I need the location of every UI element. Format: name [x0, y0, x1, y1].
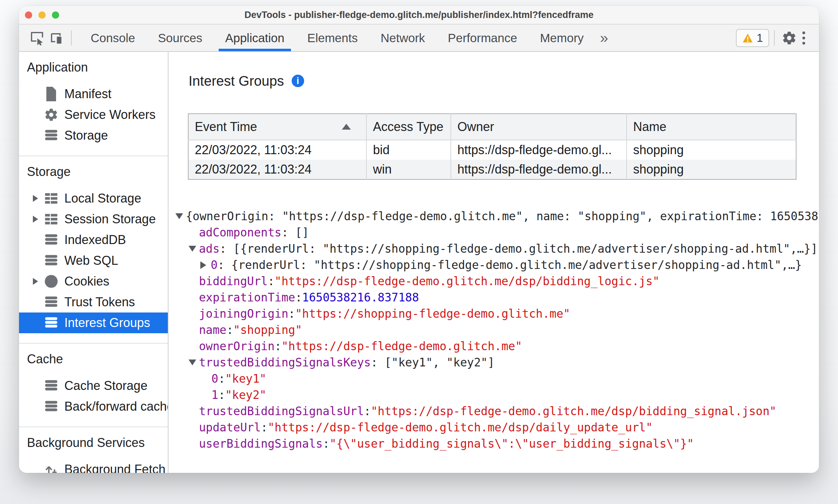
- toggle-device-toolbar-button[interactable]: [47, 28, 66, 48]
- sidebar-item-label: Storage: [64, 128, 108, 143]
- property-key: biddingUrl: [199, 273, 268, 289]
- database-icon: [44, 233, 58, 247]
- tree-row-root[interactable]: {ownerOrigin: "https://dsp-fledge-demo.g…: [168, 208, 819, 224]
- expand-caret-icon[interactable]: [33, 195, 38, 202]
- expand-caret-icon[interactable]: [33, 216, 38, 223]
- minimize-window-button[interactable]: [38, 11, 46, 19]
- column-header-name[interactable]: Name: [627, 114, 796, 140]
- section-title: Cache: [27, 352, 168, 366]
- table-row[interactable]: 22/03/2022, 11:03:24 bid https://dsp-fle…: [188, 140, 796, 160]
- sidebar-item-interest-groups[interactable]: Interest Groups: [19, 312, 168, 333]
- table-icon: [44, 212, 58, 226]
- chevron-down-icon[interactable]: [189, 246, 199, 252]
- cell-event-time: 22/03/2022, 11:03:24: [188, 140, 366, 160]
- sidebar-item-cookies[interactable]: Cookies: [19, 271, 168, 292]
- panel-tabs: Console Sources Application Elements Net…: [79, 25, 613, 51]
- sidebar-item-label: Local Storage: [64, 191, 141, 206]
- issues-warning-badge[interactable]: 1: [736, 29, 769, 47]
- tab-elements[interactable]: Elements: [299, 25, 366, 51]
- property-value: 1650538216.837188: [302, 289, 419, 306]
- tab-application[interactable]: Application: [217, 25, 292, 51]
- titlebar: DevTools - publisher-fledge-demo.glitch.…: [19, 6, 819, 25]
- sidebar-section-application: Application Manifest Service Workers: [19, 52, 168, 156]
- toolbar-separator: [774, 30, 775, 46]
- interest-groups-table: Event Time Access Type Owner Name 22/03/…: [188, 113, 796, 180]
- sidebar-item-label: Cache Storage: [64, 379, 147, 393]
- sidebar-item-manifest[interactable]: Manifest: [19, 84, 168, 104]
- tree-row-key-1[interactable]: 1: "key2": [168, 387, 819, 403]
- tree-row-key-0[interactable]: 0: "key1": [168, 371, 819, 387]
- chevron-down-icon[interactable]: [189, 360, 199, 365]
- sidebar-item-storage[interactable]: Storage: [19, 125, 168, 146]
- property-value: : {renderUrl: "https://shopping-fledge-d…: [218, 257, 802, 273]
- warning-triangle-icon: [742, 33, 753, 43]
- settings-button[interactable]: [780, 28, 799, 48]
- sidebar-item-trust-tokens[interactable]: Trust Tokens: [19, 292, 168, 312]
- interest-group-json-tree: {ownerOrigin: "https://dsp-fledge-demo.g…: [168, 208, 819, 452]
- database-icon: [44, 128, 58, 143]
- section-title: Storage: [27, 165, 168, 179]
- tree-row-joiningorigin[interactable]: joiningOrigin: "https://shopping-fledge-…: [168, 306, 819, 322]
- zoom-window-button[interactable]: [52, 11, 59, 19]
- tree-row-trustedbiddingsignalskeys[interactable]: trustedBiddingSignalsKeys: ["key1", "key…: [168, 354, 819, 371]
- tree-row-ads[interactable]: ads: [{renderUrl: "https://shopping-fled…: [168, 241, 819, 257]
- database-icon: [44, 253, 58, 268]
- gear-icon: [782, 30, 797, 46]
- cell-name: shopping: [627, 160, 796, 179]
- tree-row-trustedbiddingsignalsurl[interactable]: trustedBiddingSignalsUrl: "https://dsp-f…: [168, 403, 819, 419]
- database-icon: [44, 379, 58, 393]
- cell-owner: https://dsp-fledge-demo.gl...: [451, 140, 627, 160]
- tab-memory[interactable]: Memory: [532, 25, 592, 51]
- cell-name: shopping: [627, 140, 796, 160]
- device-toolbar-icon: [49, 31, 64, 45]
- sidebar-item-back-forward-cache[interactable]: Back/forward cache: [19, 396, 168, 417]
- sort-ascending-icon: [342, 124, 351, 130]
- tree-row-updateurl[interactable]: updateUrl: "https://dsp-fledge-demo.glit…: [168, 419, 819, 436]
- tree-row-ownerorigin[interactable]: ownerOrigin: "https://dsp-fledge-demo.gl…: [168, 338, 819, 354]
- tree-row-adcomponents[interactable]: adComponents: []: [168, 224, 819, 241]
- tree-row-expirationtime[interactable]: expirationTime: 1650538216.837188: [168, 289, 819, 306]
- tree-row-userbiddingsignals[interactable]: userBiddingSignals: "{\"user_bidding_sig…: [168, 436, 819, 452]
- chevron-right-icon[interactable]: [200, 261, 211, 269]
- sidebar-item-web-sql[interactable]: Web SQL: [19, 250, 168, 271]
- tab-console[interactable]: Console: [83, 25, 143, 51]
- expand-caret-icon[interactable]: [33, 278, 38, 285]
- sidebar-item-cache-storage[interactable]: Cache Storage: [19, 375, 168, 396]
- property-key: ownerOrigin: [199, 338, 275, 354]
- tree-row-name[interactable]: name: "shopping": [168, 322, 819, 338]
- column-header-owner[interactable]: Owner: [451, 114, 627, 140]
- sidebar-item-local-storage[interactable]: Local Storage: [19, 188, 168, 209]
- property-key: name: [199, 322, 226, 338]
- column-header-event-time[interactable]: Event Time: [188, 114, 366, 140]
- sidebar-item-service-workers[interactable]: Service Workers: [19, 104, 168, 125]
- info-icon[interactable]: i: [292, 75, 304, 87]
- tree-row-ads-0[interactable]: 0: {renderUrl: "https://shopping-fledge-…: [168, 257, 819, 273]
- property-value: : ["key1", "key2"]: [371, 354, 495, 371]
- table-row[interactable]: 22/03/2022, 11:03:24 win https://dsp-fle…: [188, 160, 796, 179]
- database-icon: [44, 399, 58, 414]
- sidebar-item-label: Session Storage: [64, 212, 156, 226]
- tab-performance[interactable]: Performance: [440, 25, 525, 51]
- property-value: "https://dsp-fledge-demo.glitch.me": [281, 338, 522, 354]
- sidebar-section-cache: Cache Cache Storage Back/forward cache: [19, 344, 168, 427]
- inspect-element-button[interactable]: [27, 28, 47, 48]
- property-key: 0: [211, 257, 218, 273]
- window-controls: [25, 11, 59, 19]
- property-value: "key1": [225, 371, 266, 387]
- property-key: 0: [211, 371, 218, 387]
- tab-network[interactable]: Network: [373, 25, 433, 51]
- page-title-text: Interest Groups: [189, 73, 284, 89]
- chevron-down-icon[interactable]: [175, 213, 186, 219]
- property-key: ads: [199, 241, 220, 257]
- column-header-access-type[interactable]: Access Type: [366, 114, 451, 140]
- sidebar-item-background-fetch[interactable]: Background Fetch: [19, 459, 168, 473]
- sidebar-item-label: Manifest: [64, 87, 111, 101]
- close-window-button[interactable]: [25, 11, 32, 19]
- customize-devtools-button[interactable]: [799, 29, 809, 47]
- tree-row-biddingurl[interactable]: biddingUrl: "https://dsp-fledge-demo.gli…: [168, 273, 819, 289]
- more-tabs-button[interactable]: »: [595, 25, 613, 51]
- tab-sources[interactable]: Sources: [150, 25, 210, 51]
- sidebar-item-indexeddb[interactable]: IndexedDB: [19, 230, 168, 250]
- property-key: userBiddingSignals: [199, 436, 323, 452]
- sidebar-item-session-storage[interactable]: Session Storage: [19, 209, 168, 230]
